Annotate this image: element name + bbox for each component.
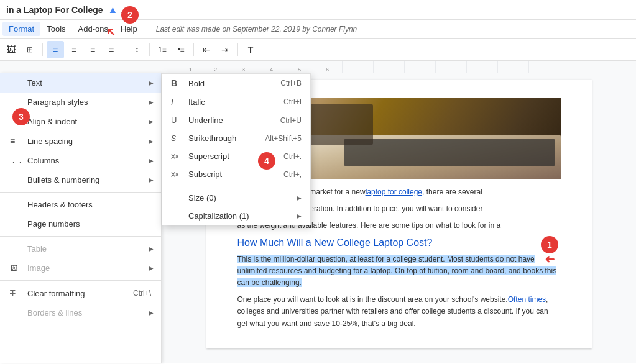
annotation-2: 2 — [121, 6, 139, 24]
submenu-size[interactable]: Size (0) — [162, 189, 310, 207]
menu-item-format[interactable]: Format — [2, 22, 40, 36]
doc-title: in a Laptop For College — [6, 5, 103, 15]
columns-icon: ⋮⋮ — [10, 157, 22, 165]
annotation-1: 1 — [541, 236, 558, 253]
menubar: Format Tools Add-ons Help Last edit was … — [0, 20, 636, 39]
edit-info: Last edit was made on September 22, 2019… — [156, 25, 357, 34]
doc-para-2: One place you will want to look at is in… — [237, 294, 561, 330]
format-menu-columns[interactable]: ⋮⋮ Columns — [0, 151, 161, 170]
often-times-link[interactable]: Often times — [508, 295, 546, 304]
align-center-btn[interactable]: ≡ — [65, 41, 83, 58]
format-menu-clear-formatting[interactable]: T Clear formatting Ctrl+\ — [0, 283, 161, 303]
format-menu-text[interactable]: Text — [0, 73, 161, 93]
bullet-list-btn[interactable]: •≡ — [172, 41, 190, 58]
format-menu-bullets[interactable]: Bullets & numbering — [0, 170, 161, 189]
format-menu-image[interactable]: 🖼 Image — [0, 258, 161, 278]
submenu-bold[interactable]: B Bold Ctrl+B — [162, 74, 310, 93]
submenu-capitalization[interactable]: Capitalization (1) — [162, 207, 310, 225]
clear-formatting-btn[interactable]: T — [242, 41, 259, 58]
annotation-4: 4 — [258, 152, 275, 170]
align-right-btn[interactable]: ≡ — [84, 41, 101, 58]
format-menu-headers-footers[interactable]: Headers & footers — [0, 195, 161, 214]
insert-image-btn[interactable]: 🖼 — [2, 41, 20, 58]
highlighted-text: This is the million-dollar question, at … — [237, 255, 557, 287]
format-menu-page-numbers[interactable]: Page numbers — [0, 214, 161, 234]
text-submenu: B Bold Ctrl+B I Italic Ctrl+I U Underlin… — [162, 73, 311, 225]
menu-separator-2 — [0, 236, 161, 237]
submenu-separator-1 — [162, 186, 310, 186]
annotation-3: 3 — [12, 108, 30, 125]
doc-heading-1: How Much Will a New College Laptop Cost? — [237, 237, 561, 248]
submenu-underline[interactable]: U Underline Ctrl+U — [162, 111, 310, 129]
laptop-for-college-link[interactable]: laptop for college — [366, 188, 422, 196]
toolbar: 🖼 ⊞ ≡ ≡ ≡ ≡ ↕ 1≡ •≡ ⇤ ⇥ T — [0, 39, 636, 61]
numbered-list-btn[interactable]: 1≡ — [154, 41, 171, 58]
format-menu-line-spacing[interactable]: ≡ Line spacing — [0, 131, 161, 151]
doc-highlighted-para: This is the million-dollar question, at … — [237, 253, 561, 289]
align-justify-btn[interactable]: ≡ — [103, 41, 120, 58]
ruler: 1 2 3 4 5 6 — [0, 61, 636, 73]
format-menu-table[interactable]: Table — [0, 239, 161, 258]
menu-separator-3 — [0, 280, 161, 281]
arrow-1: ➜ — [545, 252, 555, 267]
increase-indent-btn[interactable]: ⇥ — [216, 41, 234, 58]
submenu-italic[interactable]: I Italic Ctrl+I — [162, 93, 310, 111]
image-menu-icon: 🖼 — [10, 264, 22, 273]
clear-formatting-icon: T — [10, 288, 22, 298]
menu-separator-1 — [0, 192, 161, 193]
submenu-strikethrough[interactable]: S Strikethrough Alt+Shift+5 — [162, 129, 310, 147]
menu-item-tools[interactable]: Tools — [40, 22, 71, 36]
submenu-superscript[interactable]: Xa Superscript Ctrl+. — [162, 147, 310, 165]
decrease-indent-btn[interactable]: ⇤ — [198, 41, 215, 58]
line-spacing-btn[interactable]: ↕ — [128, 41, 145, 58]
format-menu-borders-lines[interactable]: Borders & lines — [0, 303, 161, 322]
align-left-btn[interactable]: ≡ — [47, 41, 64, 58]
insert-table-btn[interactable]: ⊞ — [21, 41, 39, 58]
line-spacing-menu-icon: ≡ — [10, 136, 22, 146]
submenu-subscript[interactable]: Xa Subscript Ctrl+, — [162, 165, 310, 183]
